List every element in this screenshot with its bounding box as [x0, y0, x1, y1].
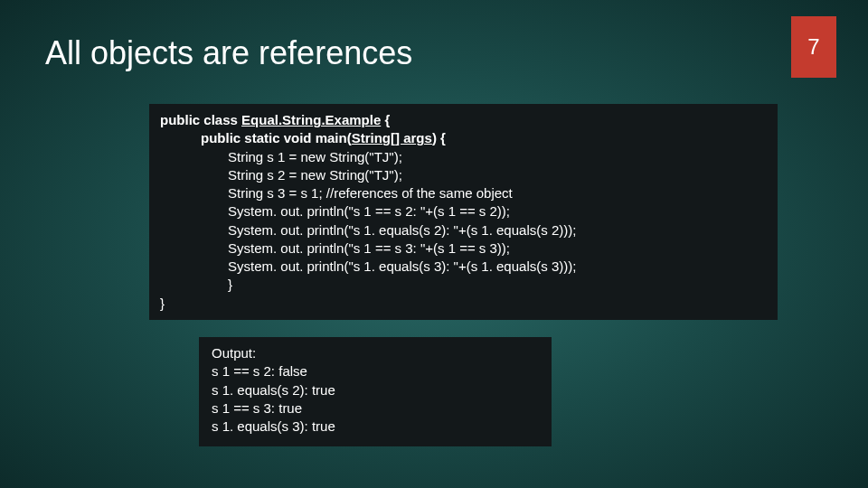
code-text: ) { [432, 130, 446, 145]
code-line: public class Equal.String.Example { [160, 111, 767, 129]
slide-title: All objects are references [45, 34, 412, 72]
code-block: public class Equal.String.Example { publ… [149, 104, 778, 320]
code-text: Equal.String.Example [241, 112, 381, 127]
output-line: Output: [212, 344, 539, 362]
page-number: 7 [807, 34, 819, 60]
code-text: String[] args [352, 130, 432, 145]
output-line: s 1 == s 2: false [212, 362, 539, 380]
code-line: String s 2 = new String("TJ"); [160, 166, 767, 184]
code-text: public static void main( [201, 130, 352, 145]
code-line: System. out. println("s 1 == s 2: "+(s 1… [160, 202, 767, 221]
code-line: } [160, 276, 767, 294]
code-line: System. out. println("s 1. equals(s 3): … [160, 258, 767, 276]
code-line: System. out. println("s 1. equals(s 2): … [160, 221, 767, 239]
page-number-badge: 7 [791, 16, 836, 78]
code-line: System. out. println("s 1 == s 3: "+(s 1… [160, 239, 767, 258]
output-line: s 1 == s 3: true [212, 399, 539, 418]
code-line: String s 1 = new String("TJ"); [160, 148, 767, 166]
output-line: s 1. equals(s 3): true [212, 418, 539, 436]
code-line: } [160, 295, 767, 313]
output-block: Output: s 1 == s 2: false s 1. equals(s … [199, 337, 552, 446]
code-text: public class [160, 112, 241, 127]
code-line: String s 3 = s 1; //references of the sa… [160, 184, 767, 202]
code-text: { [381, 112, 390, 127]
output-line: s 1. equals(s 2): true [212, 381, 539, 399]
code-line: public static void main(String[] args) { [160, 129, 767, 147]
